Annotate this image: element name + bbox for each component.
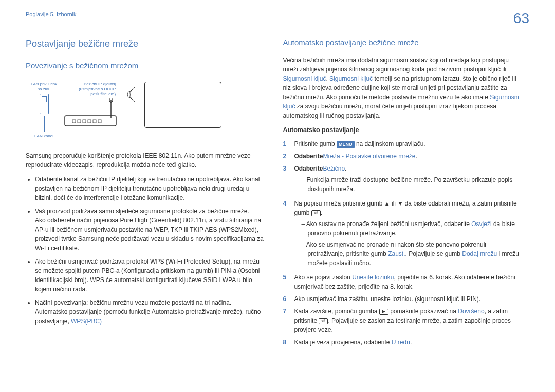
router-icon [62, 98, 119, 128]
step-item: 7 Kada završite, pomoću gumba ▶ pomaknit… [283, 307, 524, 334]
right-button-icon: ▶ [379, 309, 388, 315]
svg-rect-7 [93, 120, 96, 123]
step-item: 1 Pritisnite gumb MENU na daljinskom upr… [283, 139, 524, 149]
columns: Postavljanje bežične mreže Povezivanje s… [26, 37, 529, 350]
auto-setup-paragraph: Većina bežičnih mreža ima dodatni sigurn… [283, 55, 524, 120]
step-body: OdaberiteMreža - Postavke otvorene mreže… [294, 152, 524, 161]
step-body: OdaberiteBežično. Funkcija mreže traži d… [294, 164, 524, 196]
left-column: Postavljanje bežične mreže Povezivanje s… [26, 37, 267, 350]
dash-item: Ako se usmjerivač ne pronađe ni nakon št… [301, 240, 524, 268]
connection-diagram: LAN priključak na zidu LAN kabel Bežični… [26, 79, 267, 142]
step-number: 6 [283, 294, 289, 304]
enter-button-icon: ⏎ [311, 210, 321, 216]
list-item: Vaš proizvod podržava samo sljedeće sigu… [35, 207, 267, 253]
bullet-list: Odaberite kanal za bežični IP djelitelj … [26, 175, 267, 326]
step-item: 3 OdaberiteBežično. Funkcija mreže traži… [283, 164, 524, 196]
step-body: Ako se pojavi zaslon Unesite lozinku, pr… [294, 273, 524, 291]
breadcrumb: Poglavlje 5. Izbornik [26, 10, 529, 19]
svg-rect-8 [98, 120, 101, 123]
step-body: Kada je veza provjerena, odaberite U red… [294, 338, 524, 347]
step-body: Pritisnite gumb MENU na daljinskom uprav… [294, 139, 524, 149]
step-body: Kada završite, pomoću gumba ▶ pomaknite … [294, 307, 524, 334]
wireless-signal-icon [124, 82, 139, 107]
list-item: Ako bežični usmjerivač podržava protokol… [35, 257, 267, 294]
heading-setup-wireless: Postavljanje bežične mreže [26, 37, 267, 51]
lan-cable-line-icon [44, 116, 45, 132]
menu-button-icon: MENU [337, 141, 355, 149]
document-page: 63 Poglavlje 5. Izbornik Postavljanje be… [0, 0, 555, 392]
step-number: 3 [283, 164, 289, 196]
step-item: 2 OdaberiteMreža - Postavke otvorene mre… [283, 152, 524, 161]
heading-connect-wireless: Povezivanje s bežičnom mrežom [26, 60, 267, 72]
lan-wall-label: LAN priključak na zidu [31, 82, 57, 91]
list-item: Načini povezivanja: bežičnu mrežnu vezu … [35, 298, 267, 326]
router-block: Bežični IP djelitelj (usmjerivač s DHCP … [62, 82, 119, 128]
subheading-auto-setup: Automatsko postavljanje [283, 125, 524, 135]
right-column: Automatsko postavljanje bežične mreže Ve… [283, 37, 524, 350]
step-number: 2 [283, 152, 289, 161]
step-number: 8 [283, 338, 289, 347]
step-number: 7 [283, 307, 289, 334]
steps-list: 1 Pritisnite gumb MENU na daljinskom upr… [283, 139, 524, 347]
enter-button-icon: ⏎ [319, 318, 328, 324]
dash-item: Ako sustav ne pronađe željeni bežični us… [301, 219, 524, 238]
lan-wall-block: LAN priključak na zidu LAN kabel [31, 82, 57, 139]
step-number: 4 [283, 199, 289, 270]
arrow-down-icon: ▼ [397, 199, 403, 208]
step-item: 8 Kada je veza provjerena, odaberite U r… [283, 338, 524, 347]
step-item: 5 Ako se pojavi zaslon Unesite lozinku, … [283, 273, 524, 291]
intro-paragraph: Samsung preporučuje korištenje protokola… [26, 151, 267, 170]
display-device-icon [144, 82, 221, 128]
step-number: 5 [283, 273, 289, 291]
step-body: Na popisu mreža pritisnite gumb ▲ ili ▼ … [294, 199, 524, 270]
step-number: 1 [283, 139, 289, 149]
lan-port-icon [40, 94, 49, 114]
sub-dash-list: Funkcija mreže traži dostupne bežične mr… [294, 175, 524, 194]
svg-rect-5 [83, 120, 86, 123]
step-item: 4 Na popisu mreža pritisnite gumb ▲ ili … [283, 199, 524, 270]
svg-rect-4 [78, 120, 81, 123]
sub-dash-list: Ako sustav ne pronađe željeni bežični us… [294, 219, 524, 268]
heading-auto-setup: Automatsko postavljanje bežične mreže [283, 37, 524, 49]
dash-item: Funkcija mreže traži dostupne bežične mr… [301, 175, 524, 194]
step-body: Ako usmjerivač ima zaštitu, unesite lozi… [294, 294, 524, 304]
lan-cable-label: LAN kabel [34, 134, 53, 139]
page-number: 63 [513, 8, 529, 29]
svg-rect-6 [88, 120, 91, 123]
router-label: Bežični IP djelitelj (usmjerivač s DHCP … [79, 82, 116, 97]
arrow-up-icon: ▲ [384, 199, 390, 208]
list-item: Odaberite kanal za bežični IP djelitelj … [35, 175, 267, 202]
svg-rect-3 [72, 120, 76, 123]
step-item: 6 Ako usmjerivač ima zaštitu, unesite lo… [283, 294, 524, 304]
